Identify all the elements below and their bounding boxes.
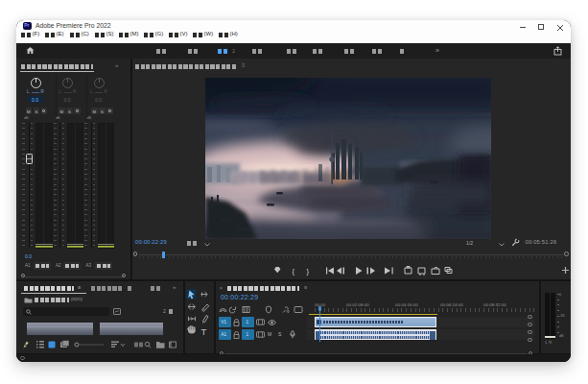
svg-text:}: } — [307, 267, 310, 276]
svg-text:{: { — [293, 267, 295, 276]
svg-text:T: T — [201, 326, 207, 337]
